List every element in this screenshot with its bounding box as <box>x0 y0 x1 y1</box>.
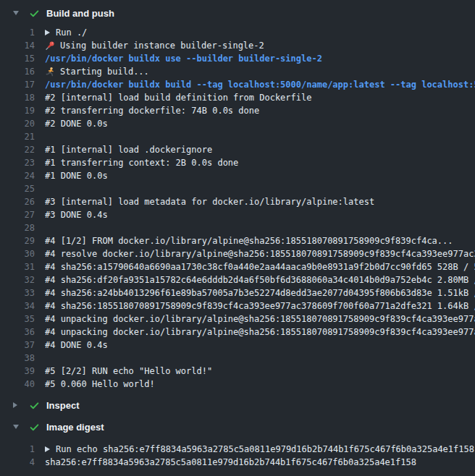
line-number[interactable]: 1 <box>0 443 35 456</box>
log-line: 1Run ./ <box>0 26 475 39</box>
line-number[interactable]: 38 <box>0 352 35 365</box>
success-check-icon <box>29 8 40 19</box>
log-text: Run echo sha256:e7ff8834a5963a2785c5a081… <box>45 443 475 456</box>
line-number[interactable]: 39 <box>0 365 35 378</box>
log-line: 29#4 [1/2] FROM docker.io/library/alpine… <box>0 234 475 247</box>
log-text: #4 sha256:a15790640a6690aa1730c38cf0a440… <box>45 260 475 273</box>
line-number[interactable]: 31 <box>0 260 35 273</box>
log-text: #4 sha256:df20fa9351a15782c64e6dddb2d4a6… <box>45 273 475 286</box>
line-number[interactable]: 17 <box>0 78 35 91</box>
log-text-content: Using builder instance builder-single-2 <box>60 39 264 52</box>
log-text: #4 sha256:185518070891758909c9f839cf4ca3… <box>45 299 475 313</box>
actions-log-viewer: Build and push1Run ./14Using builder ins… <box>0 0 475 469</box>
line-number[interactable]: 33 <box>0 286 35 299</box>
log-text-content: /usr/bin/docker buildx use --builder bui… <box>45 52 322 65</box>
line-number[interactable]: 22 <box>0 143 35 156</box>
log-line: 16Starting build... <box>0 65 475 78</box>
line-number[interactable]: 20 <box>0 117 35 130</box>
line-number[interactable]: 25 <box>0 182 35 195</box>
log-line: 22#1 [internal] load .dockerignore <box>0 143 475 156</box>
line-number[interactable]: 30 <box>0 247 35 260</box>
log-text: #4 unpacking docker.io/library/alpine@sh… <box>45 313 475 326</box>
log-text-content: #5 [2/2] RUN echo "Hello world!" <box>45 365 212 378</box>
log-text-content: #2 transferring dockerfile: 74B 0.0s don… <box>45 104 259 117</box>
log-line: 34#4 sha256:185518070891758909c9f839cf4c… <box>0 299 475 313</box>
log-text-content: #1 transferring context: 2B 0.0s done <box>45 156 238 169</box>
line-number[interactable]: 34 <box>0 299 35 313</box>
line-number[interactable]: 16 <box>0 65 35 78</box>
log-text-content: #5 0.060 Hello world! <box>45 378 155 391</box>
expand-run-play-icon[interactable] <box>45 30 50 35</box>
log-text: #4 DONE 0.4s <box>45 339 475 352</box>
log-text: #5 [2/2] RUN echo "Hello world!" <box>45 365 475 378</box>
line-number[interactable]: 32 <box>0 273 35 286</box>
log-text-content: #3 DONE 0.4s <box>45 208 108 221</box>
success-check-icon <box>29 400 40 411</box>
log-line: 24#1 DONE 0.0s <box>0 169 475 182</box>
line-number[interactable]: 26 <box>0 195 35 208</box>
line-number[interactable]: 28 <box>0 221 35 234</box>
log-text <box>45 182 475 195</box>
log-text-content: #2 [internal] load build definition from… <box>45 91 311 104</box>
line-number[interactable]: 19 <box>0 104 35 117</box>
log-text: Starting build... <box>45 65 475 78</box>
chevron-down-icon <box>13 425 20 429</box>
line-number[interactable]: 27 <box>0 208 35 221</box>
log-line: 21 <box>0 130 475 143</box>
log-line: 40#5 0.060 Hello world! <box>0 378 475 391</box>
chevron-right-icon <box>13 402 20 408</box>
log-line: 18#2 [internal] load build definition fr… <box>0 91 475 104</box>
line-number[interactable]: 29 <box>0 234 35 247</box>
line-number[interactable]: 36 <box>0 326 35 339</box>
line-number[interactable]: 40 <box>0 378 35 391</box>
chevron-right-icon <box>13 402 17 408</box>
section-title: Build and push <box>46 8 114 19</box>
log-text: #4 sha256:a24bb4013296f61e89ba57005a7b3e… <box>45 286 475 299</box>
expand-run-play-icon[interactable] <box>45 446 50 452</box>
log-text-content: #4 unpacking docker.io/library/alpine@sh… <box>45 326 475 339</box>
log-text: #4 unpacking docker.io/library/alpine@sh… <box>45 326 475 339</box>
log-line: 35#4 unpacking docker.io/library/alpine@… <box>0 313 475 326</box>
log-line: 20#2 DONE 0.0s <box>0 117 475 130</box>
chevron-down-icon <box>13 11 19 15</box>
log-text-content: #1 DONE 0.0s <box>45 169 108 182</box>
line-number[interactable]: 1 <box>0 26 35 39</box>
log-text: #2 transferring dockerfile: 74B 0.0s don… <box>45 104 475 117</box>
log-text-content: #1 [internal] load .dockerignore <box>45 143 212 156</box>
log-line: 19#2 transferring dockerfile: 74B 0.0s d… <box>0 104 475 117</box>
log-lines: 1Run echo sha256:e7ff8834a5963a2785c5a08… <box>0 443 475 469</box>
log-text-content: #4 sha256:df20fa9351a15782c64e6dddb2d4a6… <box>45 273 475 286</box>
log-text-content: sha256:e7ff8834a5963a2785c5a0811e979d16b… <box>45 456 416 469</box>
line-number[interactable]: 23 <box>0 156 35 169</box>
line-number[interactable]: 18 <box>0 91 35 104</box>
line-number[interactable]: 37 <box>0 339 35 352</box>
log-command-text: /usr/bin/docker buildx build --tag local… <box>45 78 475 91</box>
log-line: 37#4 DONE 0.4s <box>0 339 475 352</box>
line-number[interactable]: 21 <box>0 130 35 143</box>
log-text: #5 0.060 Hello world! <box>45 378 475 391</box>
log-line: 23#1 transferring context: 2B 0.0s done <box>0 156 475 169</box>
log-line: 28 <box>0 221 475 234</box>
section-title: Inspect <box>46 400 80 411</box>
log-text: #3 [internal] load metadata for docker.i… <box>45 195 475 208</box>
line-number[interactable]: 15 <box>0 52 35 65</box>
log-text-content: #4 resolve docker.io/library/alpine@sha2… <box>45 247 475 260</box>
log-text: #2 DONE 0.0s <box>45 117 475 130</box>
line-number[interactable]: 24 <box>0 169 35 182</box>
log-lines: 1Run ./14Using builder instance builder-… <box>0 26 475 391</box>
pushpin-icon <box>45 41 55 51</box>
log-text-content: Starting build... <box>60 65 149 78</box>
section-header-inspect[interactable]: Inspect <box>0 396 475 414</box>
section-title: Image digest <box>46 422 104 433</box>
section-header-image-digest[interactable]: Image digest <box>0 418 475 435</box>
log-text-content: #4 sha256:a15790640a6690aa1730c38cf0a440… <box>45 260 475 273</box>
line-number[interactable]: 14 <box>0 39 35 52</box>
line-number[interactable]: 35 <box>0 313 35 326</box>
log-line: 26#3 [internal] load metadata for docker… <box>0 195 475 208</box>
chevron-down-icon <box>13 11 20 15</box>
section-header-build-and-push[interactable]: Build and push <box>0 0 475 26</box>
line-number[interactable]: 4 <box>0 456 35 469</box>
log-line: 17/usr/bin/docker buildx build --tag loc… <box>0 78 475 91</box>
log-line: 32#4 sha256:df20fa9351a15782c64e6dddb2d4… <box>0 273 475 286</box>
log-text: Using builder instance builder-single-2 <box>45 39 475 52</box>
